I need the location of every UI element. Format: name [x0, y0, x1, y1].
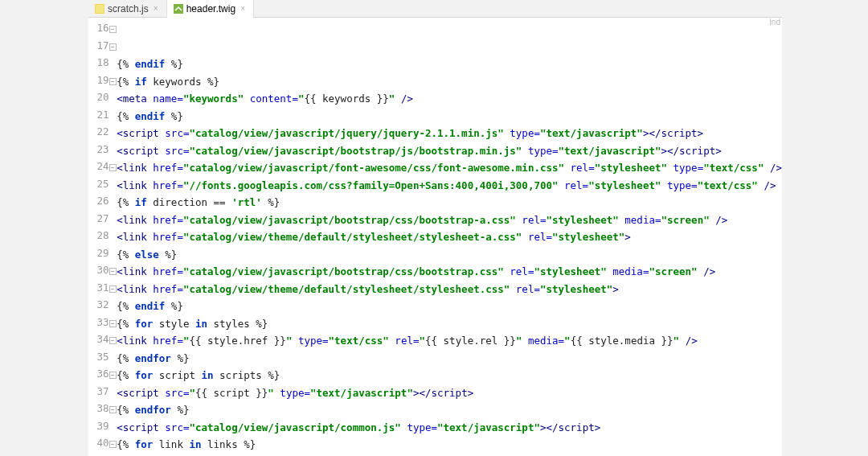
fold-cell: [109, 227, 117, 244]
token-attr: media=: [522, 335, 564, 347]
tab-header-twig[interactable]: header.twig×: [167, 0, 254, 18]
code-editor[interactable]: 1617181920212223242526272829303132333435…: [88, 18, 782, 456]
fold-cell: [109, 296, 117, 314]
code-line[interactable]: <script src="{{ script }}" type="text/ja…: [117, 384, 782, 402]
code-line[interactable]: {% for link in links %}: [117, 436, 782, 454]
code-line[interactable]: <link href="catalog/view/theme/default/s…: [117, 228, 782, 246]
code-line[interactable]: <link href="{{ link.href }}" rel="{{ lin…: [117, 454, 782, 457]
code-line[interactable]: <meta name="keywords" content="{{ keywor…: [117, 90, 782, 108]
token-attr: rel=: [510, 283, 540, 295]
token-str: ": [268, 387, 274, 399]
code-line[interactable]: <link href="catalog/view/javascript/font…: [117, 159, 782, 177]
code-line[interactable]: <link href="catalog/view/javascript/boot…: [117, 263, 782, 281]
token-attr: type=: [504, 127, 540, 139]
token-str: "text/css": [703, 162, 764, 174]
token-attr: src=: [165, 421, 189, 433]
right-margin: [782, 0, 868, 456]
code-line[interactable]: <script src="catalog/view/javascript/jqu…: [117, 125, 782, 142]
token-str: "screen": [649, 265, 697, 277]
token-tag: <link: [117, 179, 153, 191]
token-str: "stylesheet": [595, 162, 667, 174]
token-delim: }}: [371, 92, 389, 105]
token-str: "catalog/view/theme/default/stylesheet/s…: [183, 283, 510, 295]
fold-cell: [109, 417, 117, 435]
line-number: 16: [88, 19, 109, 37]
token-attr: href=: [153, 283, 183, 295]
token-attr: rel=: [389, 335, 420, 347]
code-line[interactable]: {% endif %}: [117, 108, 782, 125]
fold-toggle-icon[interactable]: −: [109, 337, 117, 344]
code-line[interactable]: {% endif %}: [117, 298, 782, 315]
token-tag: script>: [661, 127, 703, 139]
token-tag: />: [698, 265, 716, 277]
fold-toggle-icon[interactable]: −: [109, 164, 117, 171]
fold-toggle-icon[interactable]: −: [109, 286, 117, 293]
line-number: 32: [88, 296, 109, 314]
close-icon[interactable]: ×: [239, 5, 247, 13]
fold-toggle-icon[interactable]: −: [109, 441, 117, 448]
token-tag: />: [764, 162, 782, 174]
code-line[interactable]: <link href="//fonts.googleapis.com/css?f…: [117, 177, 782, 195]
code-line[interactable]: <link href="catalog/view/theme/default/s…: [117, 281, 782, 298]
line-number: 24: [88, 158, 109, 175]
token-delim: {%: [117, 196, 135, 208]
code-line[interactable]: {% endfor %}: [117, 350, 782, 368]
token-str: "catalog/view/theme/default/stylesheet/s…: [183, 231, 522, 243]
fold-toggle-icon[interactable]: −: [109, 406, 117, 413]
token-str: "text/javascript": [559, 145, 661, 157]
token-attr: type=: [667, 162, 703, 174]
token-kw: in: [189, 438, 201, 450]
token-attr: href=: [153, 265, 183, 277]
code-line[interactable]: {% if direction == 'rtl' %}: [117, 194, 782, 212]
code-line[interactable]: {% endif %}: [117, 55, 782, 73]
token-kw: for: [135, 369, 154, 381]
fold-toggle-icon[interactable]: −: [109, 43, 117, 51]
token-str: ": [564, 335, 571, 347]
close-icon[interactable]: ×: [152, 5, 160, 13]
token-tag: <link: [117, 265, 153, 277]
token-attr: rel=: [564, 162, 595, 174]
code-line[interactable]: {% for style in styles %}: [117, 315, 782, 333]
token-txt: links: [202, 438, 244, 450]
code-area[interactable]: Ind {% endif %}{% if keywords %}<meta na…: [117, 18, 782, 456]
token-delim: {%: [117, 318, 135, 330]
code-line[interactable]: {% endfor %}: [117, 401, 782, 419]
token-attr: href=: [153, 231, 183, 243]
token-str: "stylesheet": [546, 214, 618, 226]
code-line[interactable]: <link href="catalog/view/javascript/boot…: [117, 212, 782, 229]
token-str: "text/css": [329, 335, 389, 347]
fold-cell: [109, 106, 117, 124]
token-kw: in: [195, 318, 207, 330]
fold-toggle-icon[interactable]: −: [109, 320, 117, 327]
token-kw: endfor: [135, 404, 171, 416]
token-attr: content=: [244, 92, 298, 105]
code-line[interactable]: {% if keywords %}: [117, 73, 782, 91]
fold-toggle-icon[interactable]: −: [109, 26, 117, 33]
code-line[interactable]: <link href="{{ style.href }}" type="text…: [117, 332, 782, 350]
token-txt: style.href: [207, 335, 268, 347]
tab-scratch-js[interactable]: scratch.js×: [88, 0, 167, 18]
token-tag: ></: [661, 145, 679, 157]
token-tag: <script: [117, 421, 165, 433]
fold-cell: [109, 123, 117, 141]
code-line[interactable]: <script src="catalog/view/javascript/boo…: [117, 142, 782, 160]
code-line[interactable]: {% for script in scripts %}: [117, 367, 782, 384]
fold-gutter[interactable]: −−−−−−−−−−−: [109, 18, 117, 456]
token-attr: rel=: [516, 214, 547, 226]
token-delim: %}: [171, 404, 190, 416]
fold-toggle-icon[interactable]: −: [109, 372, 117, 379]
token-kw: endif: [135, 300, 166, 312]
tab-bar: scratch.js×header.twig×: [88, 0, 782, 18]
token-txt: keywords: [147, 76, 207, 88]
token-tag: <link: [117, 283, 153, 295]
line-number: 17: [88, 37, 109, 55]
token-tag: <link: [117, 335, 153, 347]
code-line[interactable]: {% else %}: [117, 246, 782, 264]
fold-toggle-icon[interactable]: −: [109, 268, 117, 275]
code-line[interactable]: <script src="catalog/view/javascript/com…: [117, 419, 782, 437]
fold-toggle-icon[interactable]: −: [109, 78, 117, 85]
left-margin: [0, 0, 88, 456]
token-str: ": [674, 335, 680, 347]
token-txt: style.rel: [444, 335, 498, 347]
token-str: ": [189, 387, 195, 399]
